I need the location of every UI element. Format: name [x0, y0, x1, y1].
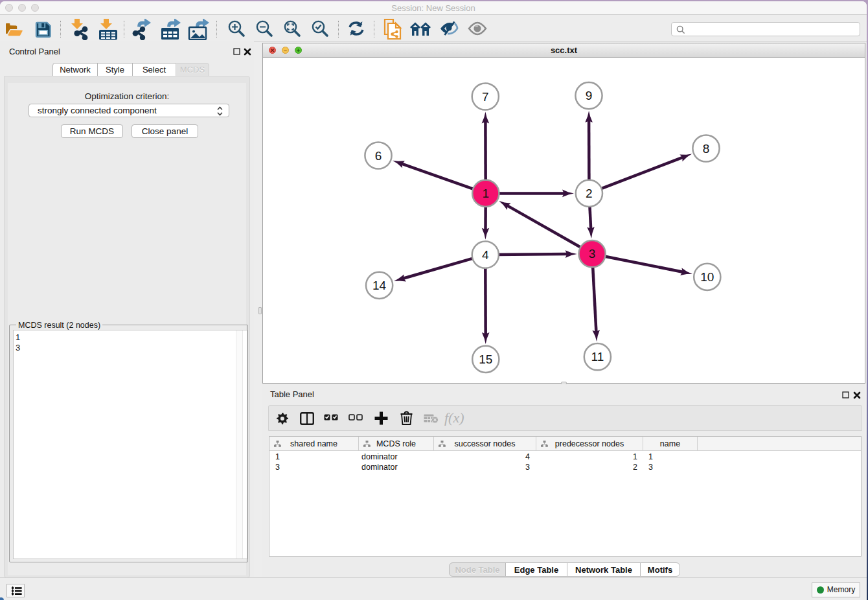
svg-text:10: 10 — [700, 270, 714, 284]
svg-text:11: 11 — [591, 350, 604, 363]
svg-text:2: 2 — [586, 187, 593, 200]
svg-text:7: 7 — [482, 90, 489, 104]
svg-text:3: 3 — [589, 247, 596, 260]
svg-text:1: 1 — [483, 187, 490, 200]
svg-text:6: 6 — [375, 149, 382, 163]
svg-text:9: 9 — [586, 89, 593, 102]
svg-text:8: 8 — [703, 142, 710, 156]
svg-text:4: 4 — [482, 248, 489, 262]
svg-text:14: 14 — [372, 279, 387, 292]
svg-text:15: 15 — [479, 352, 492, 366]
